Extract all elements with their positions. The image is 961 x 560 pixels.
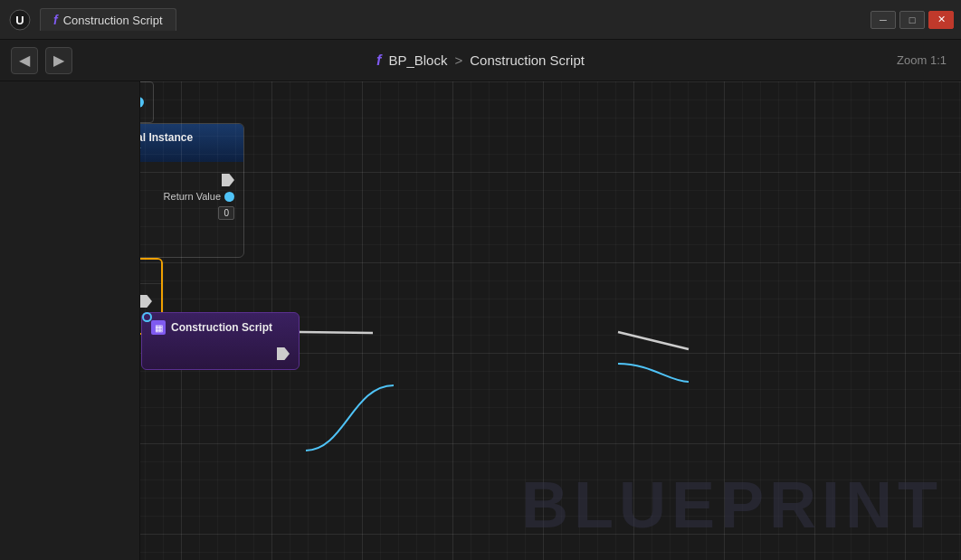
return-value-label: Return Value [164,191,221,202]
return-value-pin[interactable] [224,192,234,202]
zoom-label: Zoom 1:1 [897,53,947,67]
breadcrumb-icon: f [376,52,381,69]
maximize-button[interactable]: □ [899,11,925,29]
breadcrumb: f BP_Block > Construction Script [376,52,585,69]
canvas[interactable]: ▦ Construction Script Static Mesh Compon… [0,81,961,560]
back-button[interactable]: ◀ [11,47,38,74]
breadcrumb-project[interactable]: BP_Block [388,52,447,68]
blueprint-watermark: BLUEPRINT [521,468,943,542]
construction-exec-out[interactable] [277,347,290,360]
svg-text:U: U [15,14,24,27]
titlebar: U f Construction Script ─ □ ✕ [0,0,961,40]
breadcrumb-separator: > [454,52,462,68]
set-exec-out[interactable] [139,295,152,308]
set-block-material-out-pin[interactable] [142,312,152,322]
node-construction-script[interactable]: ▦ Construction Script [141,312,300,370]
tab-construction-script[interactable]: f Construction Script [40,8,176,31]
tab-icon: f [53,13,58,27]
window-controls: ─ □ ✕ [871,11,954,29]
sidebar [0,81,140,560]
ue-logo: U [7,7,33,33]
element-index-value[interactable]: 0 [218,206,234,220]
tab-label: Construction Script [63,14,163,27]
forward-button[interactable]: ▶ [45,47,72,74]
minimize-button[interactable]: ─ [871,11,896,29]
create-dynamic-exec-out[interactable] [222,174,234,186]
breadcrumb-page: Construction Script [470,52,585,68]
close-button[interactable]: ✕ [928,11,954,29]
construction-script-title: Construction Script [171,321,272,334]
toolbar: ◀ ▶ f BP_Block > Construction Script Zoo… [0,40,961,81]
